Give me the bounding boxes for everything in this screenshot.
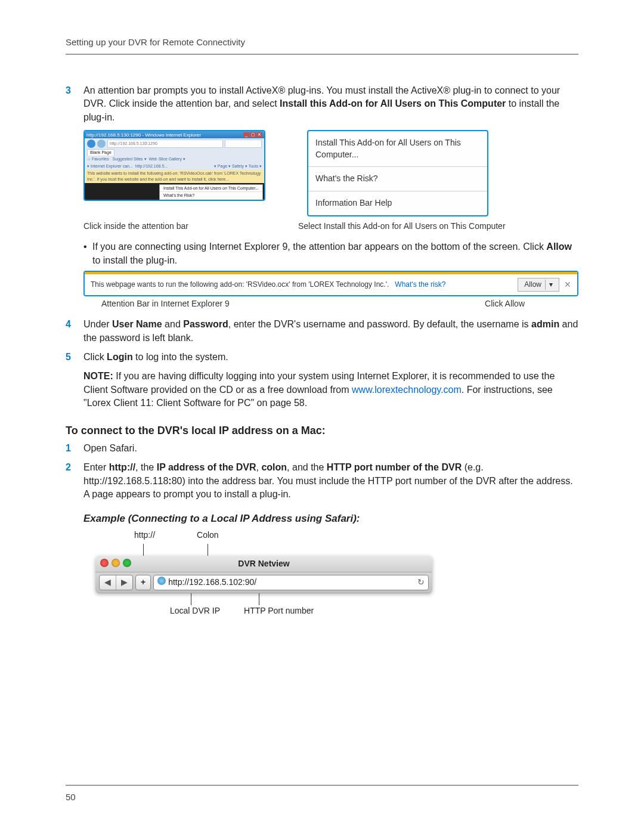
step-number: 2 [66, 461, 83, 501]
text: and [162, 319, 184, 329]
back-icon[interactable] [87, 140, 95, 148]
text: This webpage wants to run the following … [91, 280, 389, 289]
add-bookmark-button[interactable]: + [136, 575, 150, 590]
window-buttons: _▢✕ [243, 132, 262, 137]
nav-buttons: ◀ ▶ [99, 575, 133, 590]
step-number: 4 [66, 318, 83, 345]
step-number: 3 [66, 84, 83, 124]
text-bold: Allow [546, 241, 572, 252]
step-number: 1 [66, 442, 83, 455]
favorites-label[interactable]: Favorites [92, 157, 109, 161]
ie8-titlebar: http://192.168.5.130:1290 - Windows Inte… [85, 131, 264, 138]
mac-step-2: 2 Enter http://, the IP address of the D… [66, 461, 578, 501]
text-bold: User Name [112, 319, 162, 329]
ie8-tab-bar: Blank Page [85, 149, 264, 156]
forward-icon[interactable] [97, 140, 106, 148]
suggested-sites[interactable]: Suggested Sites ▾ [113, 157, 147, 161]
allow-dropdown-icon[interactable]: ▾ [545, 280, 553, 290]
url-text: http://192.168.5.102:90/ [168, 577, 256, 587]
window-title: DVR Netview [238, 559, 289, 568]
browser-tab[interactable]: Blank Page [87, 149, 114, 156]
text: , enter the DVR's username and password.… [228, 319, 531, 329]
step-5: 5 Click Login to log into the system. [66, 351, 578, 364]
text: to log into the system. [133, 352, 228, 362]
reload-icon[interactable]: ↻ [417, 577, 425, 589]
text-bold: http:// [109, 462, 135, 472]
figure-caption-left: Click inside the attention bar [83, 221, 298, 233]
whats-the-risk-link[interactable]: What's the risk? [395, 280, 445, 289]
text: Under [83, 319, 112, 329]
ie8-context-menu: Install This Add-on for All Users on Thi… [159, 184, 263, 201]
search-box[interactable] [225, 140, 262, 148]
ie8-command-bar: ▾ Internet Explorer can... http://192.16… [85, 163, 264, 170]
callout-http-port: HTTP Port number [244, 605, 314, 617]
ie9-caption-left: Attention Bar in Internet Explorer 9 [101, 298, 230, 310]
url-short: http://192.168.5... [135, 164, 168, 168]
url-field[interactable]: http://192.168.5.130:1290 [107, 140, 223, 148]
callout-local-ip: Local DVR IP [170, 605, 220, 617]
traffic-lights [100, 559, 131, 567]
menu-item-info-bar-help[interactable]: Information Bar Help [308, 191, 487, 215]
menu-item-install-addon[interactable]: Install This Add-on for All Users on Thi… [160, 185, 262, 193]
allow-label: Allow [524, 280, 541, 290]
step-3: 3 An attention bar prompts you to instal… [66, 84, 578, 124]
figure-safari-diagram: http:// Colon DVR Netview ◀ ▶ + [95, 529, 578, 617]
ie9-message: This webpage wants to run the following … [91, 280, 513, 290]
ie9-caption-right: Click Allow [485, 298, 525, 310]
ie8-nav-bar: http://192.168.5.130:1290 [85, 138, 264, 149]
page-footer: 50 [66, 785, 578, 803]
safari-window: DVR Netview ◀ ▶ + http://192.168.5.102:9… [95, 556, 432, 593]
url-field[interactable]: http://192.168.5.102:90/ ↻ [153, 575, 429, 590]
step-4: 4 Under User Name and Password, enter th… [66, 318, 578, 345]
menu-item-whats-risk[interactable]: What's the Risk? [160, 192, 262, 200]
ie-can-label: Internet Explorer can... [91, 164, 133, 168]
globe-icon [157, 577, 166, 585]
back-button[interactable]: ◀ [100, 575, 116, 590]
zoom-window-icon[interactable] [123, 559, 131, 567]
close-window-icon[interactable] [100, 559, 109, 567]
text-bold: admin [531, 319, 559, 329]
callout-http: http:// [134, 529, 155, 544]
text-bold: IP address of the DVR [157, 462, 256, 472]
header-rule [66, 54, 578, 55]
text-bold: HTTP port number of the DVR [327, 462, 462, 472]
note-block: NOTE: If you are having difficulty loggi… [83, 370, 578, 410]
heading-example-safari: Example (Connecting to a Local IP Addres… [83, 512, 578, 526]
menu-item-whats-risk[interactable]: What's the Risk? [308, 167, 487, 191]
text: Enter [83, 462, 109, 472]
step-body: An attention bar prompts you to install … [83, 84, 578, 124]
safari-titlebar: DVR Netview [95, 556, 432, 573]
window-title: http://192.168.5.130:1290 - Windows Inte… [86, 132, 201, 138]
menu-item-install-addon[interactable]: Install This Add-on for All Users on Thi… [308, 131, 487, 167]
safari-toolbar: ◀ ▶ + http://192.168.5.102:90/ ↻ [95, 572, 432, 593]
figure-ie9-bar: This webpage wants to run the following … [83, 271, 578, 296]
mac-step-1: 1 Open Safari. [66, 442, 578, 455]
ie8-information-bar[interactable]: This website wants to install the follow… [85, 170, 264, 183]
minimize-window-icon[interactable] [112, 559, 120, 567]
close-icon[interactable]: ✕ [564, 279, 571, 291]
figure-caption-right: Select Install this Add-on for All Users… [298, 221, 506, 233]
text: Click [83, 352, 107, 362]
lorex-link[interactable]: www.lorextechnology.com [352, 385, 462, 395]
allow-button[interactable]: Allow ▾ [518, 278, 559, 292]
text: , the [135, 462, 157, 472]
callout-colon: Colon [197, 529, 219, 544]
menu-item-info-bar-help[interactable]: Information Bar Help [160, 200, 262, 200]
text: , and the [287, 462, 327, 472]
figure-context-menu-zoom: Install This Add-on for All Users on Thi… [307, 130, 488, 216]
bullet-ie9: • If you are connecting using Internet E… [83, 240, 578, 267]
text: to install the plug-in. [92, 255, 177, 265]
step-number: 5 [66, 351, 83, 364]
ie8-content-area: Install This Add-on for All Users on Thi… [85, 183, 264, 200]
text-bold: colon [261, 462, 287, 472]
cmd-right[interactable]: ▾ Page ▾ Safety ▾ Tools ▾ [214, 163, 262, 169]
bullet-dot: • [83, 240, 92, 267]
forward-button[interactable]: ▶ [116, 575, 132, 590]
running-header: Setting up your DVR for Remote Connectiv… [66, 36, 578, 48]
page-number: 50 [66, 792, 76, 802]
ie8-links-bar: ☆ Favorites Suggested Sites ▾ Web Slice … [85, 156, 264, 163]
text-bold: Password [183, 319, 228, 329]
note-label: NOTE: [83, 371, 113, 381]
figure-ie8-window: http://192.168.5.130:1290 - Windows Inte… [83, 130, 265, 216]
web-slice[interactable]: Web Slice Gallery ▾ [148, 157, 185, 161]
